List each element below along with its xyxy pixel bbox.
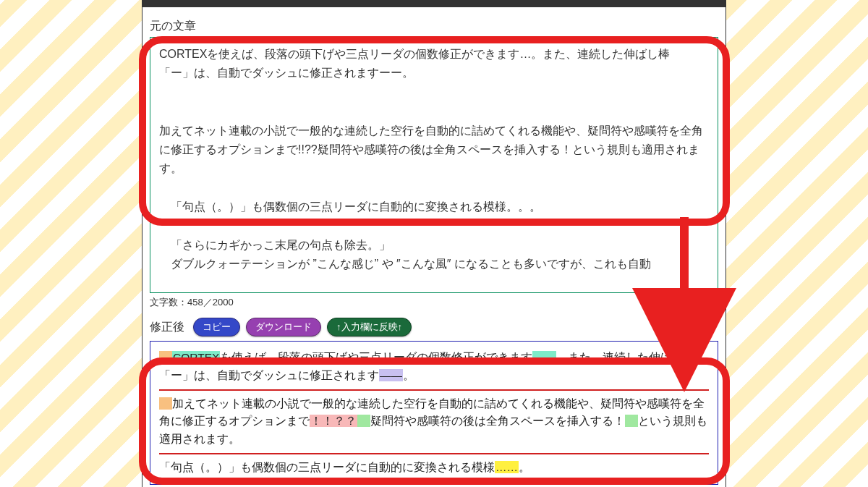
download-button[interactable]: ダウンロード	[246, 318, 321, 336]
indent-highlight	[159, 397, 172, 410]
indent-highlight	[159, 351, 172, 363]
corrected-output: CORTEXを使えば、段落の頭下げや三点リーダの個数修正ができます……。また、連…	[150, 341, 718, 485]
char-count: 文字数：458／2000	[150, 296, 718, 309]
corrected-toolbar: 修正後 コピー ダウンロード ↑入力欄に反映↑	[150, 318, 718, 336]
app-panel: 元の文章 文字数：458／2000 修正後 コピー ダウンロード ↑入力欄に反映…	[142, 0, 726, 487]
ellipsis-highlight: ……	[495, 461, 519, 473]
space-highlight	[357, 415, 370, 427]
original-textarea[interactable]	[150, 38, 718, 289]
corrected-label: 修正後	[150, 320, 184, 335]
corrected-line-3: 「句点（。）」も偶数個の三点リーダに自動的に変換される模様……。	[159, 459, 709, 477]
dash-highlight: ――	[379, 369, 403, 381]
original-textarea-wrap	[150, 37, 718, 293]
reflect-button[interactable]: ↑入力欄に反映↑	[327, 318, 412, 336]
separator	[159, 389, 709, 391]
punct-highlight: ！！？？	[310, 415, 357, 427]
corrected-line-1: CORTEXを使えば、段落の頭下げや三点リーダの個数修正ができます……。また、連…	[159, 349, 709, 385]
corrected-line-2: 加えてネット連載の小説で一般的な連続した空行を自動的に詰めてくれる機能や、疑問符…	[159, 395, 709, 449]
ellipsis-highlight: ……	[532, 351, 556, 363]
space-highlight	[625, 415, 638, 427]
copy-button[interactable]: コピー	[193, 318, 240, 336]
separator	[159, 453, 709, 454]
cortex-highlight: CORTEX	[172, 351, 220, 363]
original-label: 元の文章	[150, 19, 718, 34]
top-bar	[142, 0, 726, 7]
